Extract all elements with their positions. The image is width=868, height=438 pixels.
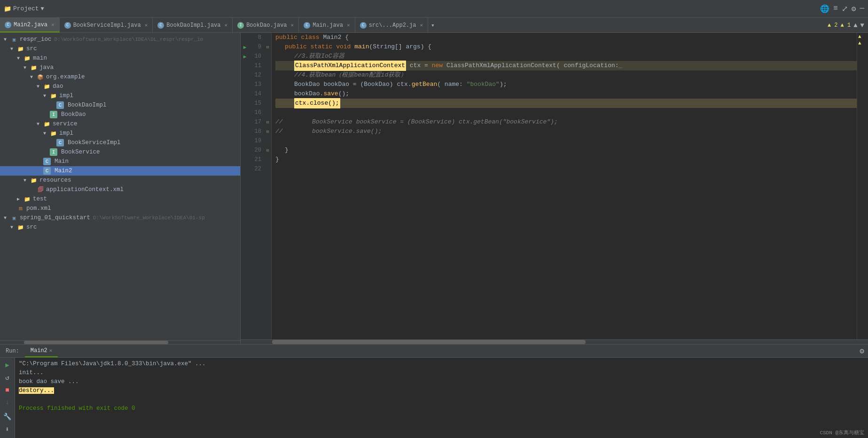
tree-item-test[interactable]: ▶ 📁 test bbox=[0, 194, 240, 204]
bottom-tab-main2-close[interactable]: ✕ bbox=[49, 347, 53, 353]
tree-item-java[interactable]: ▼ 📁 java bbox=[0, 63, 240, 72]
tree-item-pom[interactable]: ▶ m pom.xml bbox=[0, 204, 240, 213]
linenum-10: 10 bbox=[251, 52, 261, 61]
fold-btn-17[interactable]: ⊟ bbox=[264, 117, 271, 127]
tree-item-impl-dao[interactable]: ▼ 📁 impl bbox=[0, 91, 240, 100]
folder-icon-impl-dao: 📁 bbox=[50, 92, 57, 100]
bottom-tab-main2[interactable]: Main2 ✕ bbox=[25, 345, 58, 357]
xml-icon-appcontext: 🗐 bbox=[37, 186, 44, 193]
tab-srcapp[interactable]: C src\...App2.ja ✕ bbox=[355, 18, 428, 32]
tree-item-dao[interactable]: ▼ 📁 dao bbox=[0, 82, 240, 91]
tab-close-main2[interactable]: ✕ bbox=[51, 22, 55, 28]
code-9-params: (String[] args) { bbox=[369, 42, 431, 52]
folder-icon-impl-service: 📁 bbox=[50, 130, 57, 137]
tab-close-bookdaoimpl[interactable]: ✕ bbox=[225, 22, 228, 28]
tab-bookdao[interactable]: I BookDao.java ✕ bbox=[233, 18, 299, 32]
tree-item-impl-service[interactable]: ▼ 📁 impl bbox=[0, 129, 240, 138]
tab-close-bookdao[interactable]: ✕ bbox=[291, 22, 294, 28]
tree-item-appcontext[interactable]: ▶ 🗐 applicationContext.xml bbox=[0, 185, 240, 194]
tree-item-main-folder[interactable]: ▼ 📁 main bbox=[0, 54, 240, 63]
fold-btn-18[interactable]: ⊟ bbox=[264, 127, 271, 136]
tree-item-main-class[interactable]: ▶ C Main bbox=[0, 157, 240, 166]
path-spring01: D:\WorkSoftware_Workplace\IDEA\01-sp bbox=[93, 215, 205, 221]
run-controls: ▶ ↺ ■ ↓ 🔧 ⬇ ↧ bbox=[0, 358, 15, 438]
run-scroll-btn[interactable]: ⬇ bbox=[4, 424, 10, 435]
tree-item-service[interactable]: ▼ 📁 service bbox=[0, 119, 240, 129]
editor-hscrollbar[interactable] bbox=[241, 339, 868, 344]
run-play-btn[interactable]: ▶ bbox=[4, 360, 10, 370]
gutter-empty-17 bbox=[241, 127, 249, 136]
tree-item-main2[interactable]: ▶ C Main2 bbox=[0, 166, 240, 176]
folder-icon-resources: 📁 bbox=[30, 177, 38, 184]
tab-icon-main2: C bbox=[5, 22, 11, 28]
title-dropdown-icon[interactable]: ▼ bbox=[41, 6, 44, 12]
run-stop-btn[interactable]: ■ bbox=[4, 385, 10, 395]
tab-bookdaoimpl[interactable]: C BookDaoImpl.java ✕ bbox=[153, 18, 233, 32]
console-area: ▶ ↺ ■ ↓ 🔧 ⬇ ↧ "C:\Program Files\Java\jdk… bbox=[0, 358, 868, 438]
tree-item-src2[interactable]: ▼ 📁 src bbox=[0, 223, 240, 232]
label-dao: dao bbox=[53, 83, 63, 90]
fold-empty-16 bbox=[264, 108, 271, 117]
tab-label-bookdaoimpl: BookDaoImpl.java bbox=[166, 22, 220, 29]
editor-warnings: ▲ 2 ▲ 1 ▲ ▼ bbox=[824, 18, 868, 32]
code-line-19 bbox=[275, 136, 857, 146]
tree-item-src[interactable]: ▼ 📁 src bbox=[0, 44, 240, 54]
editor-columns: ▶ ▶ 8 9 10 11 bbox=[241, 33, 868, 339]
tree-item-org-example[interactable]: ▼ 📦 org.example bbox=[0, 72, 240, 82]
fold-btn-20[interactable]: ⊟ bbox=[264, 146, 271, 155]
tab-bookserviceimpl[interactable]: C BookServiceImpl.java ✕ bbox=[60, 18, 153, 32]
minimize-icon[interactable]: — bbox=[860, 4, 864, 14]
run-btn-9[interactable]: ▶ bbox=[241, 52, 249, 61]
run-rerun-btn[interactable]: ↺ bbox=[4, 372, 10, 383]
bottom-settings-btn[interactable]: ⚙ bbox=[856, 345, 868, 357]
class-icon-main2: C bbox=[43, 167, 51, 175]
fold-empty-21 bbox=[264, 155, 271, 164]
tab-label-mainjava: Main.java bbox=[313, 22, 343, 29]
tree-item-respr-ioc[interactable]: ▼ ▣ respr_ioc D:\WorkSoftware_Workplace\… bbox=[0, 35, 240, 44]
tree-item-resources[interactable]: ▼ 📁 resources bbox=[0, 176, 240, 185]
tree-scrollbar[interactable] bbox=[0, 340, 240, 344]
tree-item-bookdao[interactable]: ▶ I BookDao bbox=[0, 110, 240, 119]
main-content: ▼ ▣ respr_ioc D:\WorkSoftware_Workplace\… bbox=[0, 33, 868, 344]
code-editor[interactable]: public class Main2 { public static void … bbox=[272, 33, 857, 339]
gutter-empty-10 bbox=[241, 61, 249, 70]
navigate-icon[interactable]: 🌐 bbox=[820, 4, 829, 14]
linenum-13: 13 bbox=[251, 80, 261, 89]
tab-mainjava[interactable]: C Main.java ✕ bbox=[299, 18, 355, 32]
run-btn-8[interactable]: ▶ bbox=[241, 42, 249, 52]
arrow-main: ▼ bbox=[17, 56, 23, 61]
editor-nav-up[interactable]: ▲ bbox=[853, 22, 857, 29]
code-9-kw3: void bbox=[336, 42, 354, 52]
console-line-1: "C:\Program Files\Java\jdk1.8.0_333\bin\… bbox=[19, 360, 864, 369]
label-test: test bbox=[33, 196, 47, 202]
tree-item-bookservice[interactable]: ▶ I BookService bbox=[0, 147, 240, 157]
fold-btn-9[interactable]: ⊟ bbox=[264, 42, 271, 52]
linenum-18: 18 bbox=[251, 127, 261, 136]
code-line-16 bbox=[275, 108, 857, 117]
structure-icon[interactable]: ≡ bbox=[833, 4, 838, 14]
run-tools-btn[interactable]: 🔧 bbox=[2, 411, 13, 422]
tab-main2[interactable]: C Main2.java ✕ bbox=[0, 18, 60, 32]
code-13-str: "bookDao" bbox=[467, 80, 500, 89]
editor-nav-down[interactable]: ▼ bbox=[860, 22, 864, 29]
settings-icon[interactable]: ⚙ bbox=[852, 4, 856, 14]
path-respr-ioc: D:\WorkSoftware_Workplace\IDEA\DL_respr\… bbox=[55, 37, 203, 42]
tree-item-bookdaoimpl[interactable]: ▶ C BookDaoImpl bbox=[0, 100, 240, 110]
project-title: Project bbox=[13, 5, 39, 12]
tree-item-bookserviceimpl[interactable]: ▶ C BookServiceImpl bbox=[0, 138, 240, 147]
tab-close-srcapp[interactable]: ✕ bbox=[420, 22, 423, 28]
tree-item-spring01[interactable]: ▼ ▣ spring_01_quickstart D:\WorkSoftware… bbox=[0, 213, 240, 223]
run-down-btn[interactable]: ↓ bbox=[4, 397, 10, 407]
editor-right-gutter: ▲ ▲ bbox=[857, 33, 868, 339]
code-line-21: } bbox=[275, 155, 857, 164]
console-line-5 bbox=[19, 395, 864, 404]
tab-close-mainjava[interactable]: ✕ bbox=[347, 22, 350, 28]
tab-overflow[interactable]: ▾ bbox=[428, 18, 438, 32]
run-gutter: ▶ ▶ bbox=[241, 33, 249, 339]
code-line-22 bbox=[275, 164, 857, 174]
tab-close-bookserviceimpl[interactable]: ✕ bbox=[145, 22, 148, 28]
tab-bar: C Main2.java ✕ C BookServiceImpl.java ✕ … bbox=[0, 18, 868, 33]
code-14-code: bookDao. bbox=[294, 89, 323, 99]
expand-icon[interactable]: ⤢ bbox=[842, 4, 848, 14]
fold-gutter: ⊟ ⊟ ⊟ ⊟ bbox=[264, 33, 272, 339]
